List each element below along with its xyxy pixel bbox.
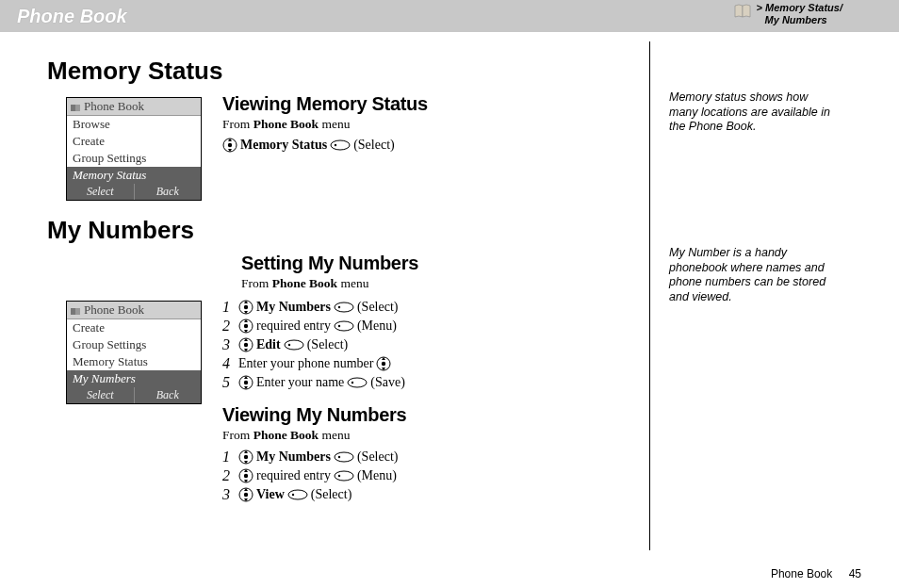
breadcrumb: > Memory Status/ My Numbers [734,2,842,26]
instruction-step: 3 View (Select) [222,486,630,503]
nav-icon [238,468,253,483]
instruction-step: 4 Enter your phone number [222,355,630,372]
step-number: 3 [222,336,236,353]
side-note: Memory status shows how many locations a… [669,90,839,135]
phone-screen-title: Phone Book [67,98,201,116]
from-line: From Phone Book menu [222,117,630,132]
side-note: My Number is a handy phonebook where nam… [669,246,839,305]
breadcrumb-line1: Memory Status/ [765,2,842,13]
instruction-step: 2 required entry (Menu) [222,318,630,335]
nav-icon [238,375,253,390]
footer-label: Phone Book [771,567,832,580]
step-number: 4 [222,355,236,372]
instruction-step: Memory Status (Select) [222,138,630,153]
nav-icon [222,138,237,153]
side-column: Memory status shows how many locations a… [650,32,867,560]
step-number: 2 [222,318,236,335]
from-line: From Phone Book menu [222,428,630,443]
key-icon [287,489,308,500]
nav-icon [238,337,253,352]
list-item: Create [67,319,201,336]
instruction-step: 1 My Numbers (Select) [222,299,630,316]
list-item-selected: Memory Status [67,167,201,184]
list-item: Browse [67,116,201,133]
list-item-selected: My Numbers [67,370,201,387]
phone-screenshot-memory-status: Phone Book Browse Create Group Settings … [66,97,202,201]
steps-setting-my-numbers: 1 My Numbers (Select)2 required entry (M… [222,297,630,505]
instruction-step: 5 Enter your name (Save) [222,374,630,391]
softkey-left: Select [67,387,135,403]
sub-heading: Setting My Numbers [241,253,630,274]
sub-heading: Viewing Memory Status [222,93,630,115]
content-viewing-memory-status: Viewing Memory Status From Phone Book me… [222,93,630,155]
softkey-right: Back [135,387,202,403]
instruction-step: 3 Edit (Select) [222,336,630,353]
nav-icon [238,449,253,465]
from-line: From Phone Book menu [241,276,630,291]
section-heading-my-numbers: My Numbers [47,216,630,245]
phone-screen-title: Phone Book [67,302,201,319]
header-bar: Phone Book > Memory Status/ My Numbers [0,0,899,32]
list-item: Memory Status [67,353,201,370]
key-icon [330,139,351,151]
key-icon [334,470,354,482]
list-item: Group Settings [67,336,201,353]
key-icon [284,339,304,351]
nav-icon [238,318,253,334]
step-number: 3 [222,486,236,503]
header-title: Phone Book [17,6,127,27]
content-setting-my-numbers: Setting My Numbers From Phone Book menu [241,253,630,291]
page-number: 45 [849,567,861,580]
softkey-right: Back [135,184,202,200]
softkeys: Select Back [67,184,201,200]
breadcrumb-line2: My Numbers [757,14,842,26]
softkeys: Select Back [67,387,201,403]
phone-screen-icon [71,102,80,111]
instruction-step: 2 required entry (Menu) [222,467,630,484]
key-icon [334,320,354,332]
key-icon [334,302,354,313]
softkey-left: Select [67,184,135,200]
page-body: Memory Status Phone Book Browse Create G… [0,32,899,560]
phone-screenshot-my-numbers: Phone Book Create Group Settings Memory … [66,301,202,404]
key-icon [347,377,368,388]
step-number: 5 [222,374,236,391]
sub-heading: Viewing My Numbers [222,404,630,426]
phone-screen-icon [71,305,80,315]
nav-icon [238,300,253,315]
section-heading-memory-status: Memory Status [47,57,630,86]
list-item: Group Settings [67,150,201,167]
nav-icon [238,487,253,502]
nav-icon [376,356,391,371]
book-icon [734,4,751,19]
page-footer: Phone Book 45 [771,567,861,580]
step-number: 1 [222,449,236,466]
step-number: 1 [222,299,236,316]
main-column: Memory Status Phone Book Browse Create G… [0,41,650,550]
step-number: 2 [222,467,236,484]
list-item: Create [67,133,201,150]
breadcrumb-prefix: > [757,2,762,13]
instruction-step: 1 My Numbers (Select) [222,449,630,466]
key-icon [334,451,354,463]
